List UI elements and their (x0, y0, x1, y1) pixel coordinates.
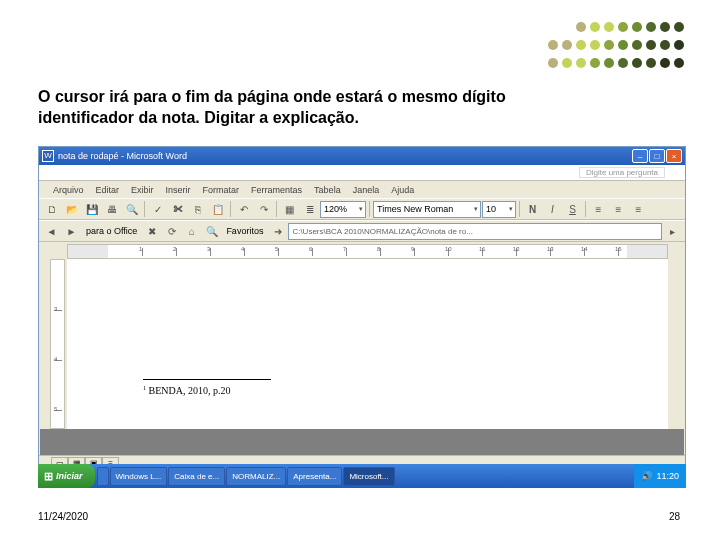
toolbar-web: ◄ ► para o Office ✖ ⟳ ⌂ 🔍 Favoritos ➜ C:… (39, 220, 685, 242)
taskbar-item[interactable]: NORMALIZ... (226, 467, 286, 486)
back-icon[interactable]: ◄ (42, 222, 61, 240)
home-icon[interactable]: ⌂ (182, 222, 201, 240)
open-icon[interactable]: 📂 (62, 200, 81, 218)
favorites-label[interactable]: Favoritos (222, 226, 267, 236)
footnote-text[interactable]: 1 BENDA, 2010, p.20 (143, 385, 230, 396)
italic-icon[interactable]: I (543, 200, 562, 218)
separator (144, 201, 145, 217)
preview-icon[interactable]: 🔍 (122, 200, 141, 218)
fontsize-dropdown[interactable]: 10 (482, 201, 516, 218)
taskbar-item[interactable]: Caixa de e... (168, 467, 225, 486)
font-dropdown[interactable]: Times New Roman (373, 201, 481, 218)
separator (369, 201, 370, 217)
taskbar-item[interactable] (97, 467, 109, 486)
separator (585, 201, 586, 217)
cut-icon[interactable]: ✀ (168, 200, 187, 218)
tray-clock[interactable]: 11:20 (656, 471, 679, 481)
menu-arquivo[interactable]: Arquivo (47, 183, 90, 197)
footnote-separator (143, 379, 271, 380)
titlebar: W nota de rodapé - Microsoft Word – □ × (39, 147, 685, 165)
document-area: 345 1 BENDA, 2010, p.20 (39, 259, 685, 429)
slide-page: 28 (669, 511, 680, 522)
vertical-ruler[interactable]: 345 (50, 259, 65, 429)
separator (276, 201, 277, 217)
address-field[interactable]: C:\Users\BCA 2010\NORMALIZAÇÃO\nota de r… (288, 223, 662, 240)
underline-icon[interactable]: S (563, 200, 582, 218)
go-icon[interactable]: ➜ (268, 222, 287, 240)
menu-ajuda[interactable]: Ajuda (385, 183, 420, 197)
spelling-icon[interactable]: ✓ (148, 200, 167, 218)
app-icon: W (42, 150, 54, 162)
word-window: W nota de rodapé - Microsoft Word – □ × … (38, 146, 686, 471)
columns-icon[interactable]: ≣ (300, 200, 319, 218)
menu-formatar[interactable]: Formatar (197, 183, 246, 197)
menu-editar[interactable]: Editar (90, 183, 126, 197)
close-button[interactable]: × (666, 149, 682, 163)
menu-exibir[interactable]: Exibir (125, 183, 160, 197)
forward-icon[interactable]: ► (62, 222, 81, 240)
toolbar-standard: 🗋 📂 💾 🖶 🔍 ✓ ✀ ⎘ 📋 ↶ ↷ ▦ ≣ 120% Times New… (39, 198, 685, 220)
menu-inserir[interactable]: Inserir (160, 183, 197, 197)
stop-icon[interactable]: ✖ (142, 222, 161, 240)
menu-tabela[interactable]: Tabela (308, 183, 347, 197)
taskbar-item[interactable]: Apresenta... (287, 467, 342, 486)
save-icon[interactable]: 💾 (82, 200, 101, 218)
slide-caption: O cursor irá para o fim da página onde e… (38, 86, 598, 128)
system-tray[interactable]: 🔊 11:20 (634, 464, 686, 488)
redo-icon[interactable]: ↷ (254, 200, 273, 218)
minimize-button[interactable]: – (632, 149, 648, 163)
menu-ferramentas[interactable]: Ferramentas (245, 183, 308, 197)
taskbar-item[interactable]: Windows L... (110, 467, 168, 486)
go-button[interactable]: ▸ (663, 222, 682, 240)
start-button[interactable]: Iniciar (38, 464, 95, 488)
slide-date: 11/24/2020 (38, 511, 88, 522)
table-icon[interactable]: ▦ (280, 200, 299, 218)
web-label: para o Office (82, 226, 141, 236)
search-icon[interactable]: 🔍 (202, 222, 221, 240)
taskbar-item-active[interactable]: Microsoft... (343, 467, 394, 486)
align-center-icon[interactable]: ≡ (609, 200, 628, 218)
menu-janela[interactable]: Janela (347, 183, 386, 197)
taskbar-items: Windows L... Caixa de e... NORMALIZ... A… (95, 465, 635, 488)
menubar: Arquivo Editar Exibir Inserir Formatar F… (39, 181, 685, 198)
help-search-box[interactable]: Digite uma pergunta (39, 165, 685, 181)
maximize-button[interactable]: □ (649, 149, 665, 163)
decoration-dots (546, 20, 686, 74)
slideshow-divider (40, 429, 684, 455)
bold-icon[interactable]: N (523, 200, 542, 218)
undo-icon[interactable]: ↶ (234, 200, 253, 218)
refresh-icon[interactable]: ⟳ (162, 222, 181, 240)
paste-icon[interactable]: 📋 (208, 200, 227, 218)
document-page[interactable]: 1 BENDA, 2010, p.20 (67, 259, 668, 429)
copy-icon[interactable]: ⎘ (188, 200, 207, 218)
tray-icon[interactable]: 🔊 (641, 471, 652, 481)
window-title: nota de rodapé - Microsoft Word (58, 151, 187, 161)
print-icon[interactable]: 🖶 (102, 200, 121, 218)
new-doc-icon[interactable]: 🗋 (42, 200, 61, 218)
align-left-icon[interactable]: ≡ (589, 200, 608, 218)
horizontal-ruler[interactable]: 123456789101112131415 (67, 244, 668, 259)
align-right-icon[interactable]: ≡ (629, 200, 648, 218)
zoom-dropdown[interactable]: 120% (320, 201, 366, 218)
windows-taskbar: Iniciar Windows L... Caixa de e... NORMA… (38, 464, 686, 488)
separator (230, 201, 231, 217)
separator (519, 201, 520, 217)
